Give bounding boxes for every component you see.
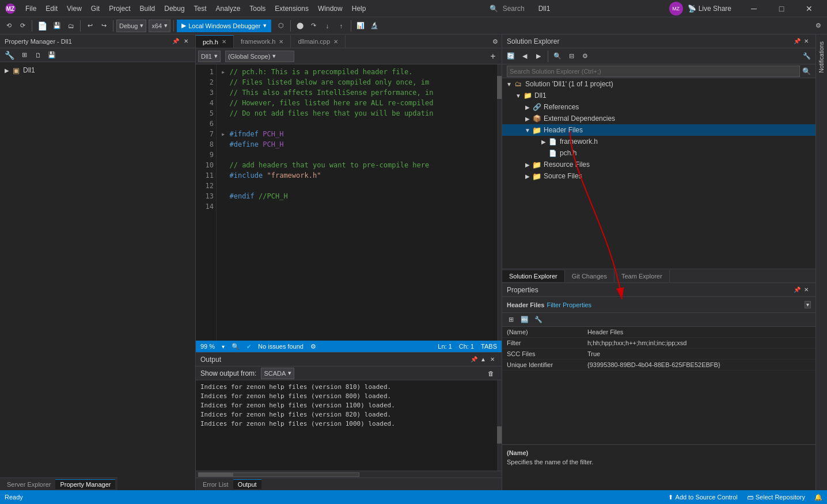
step-into-btn[interactable]: ↓	[321, 20, 334, 32]
output-source-dropdown[interactable]: SCADA▾	[261, 368, 294, 379]
menu-analyze[interactable]: Analyze	[211, 2, 245, 15]
output-hscrollbar[interactable]	[196, 471, 502, 478]
new-btn[interactable]: 📄	[35, 20, 50, 32]
step-over-btn[interactable]: ↷	[308, 20, 320, 32]
tab-pch-h[interactable]: pch.h ✕	[196, 35, 234, 48]
global-scope-dropdown[interactable]: (Global Scope)▾	[225, 51, 294, 62]
se-tab-gitchanges[interactable]: Git Changes	[565, 270, 614, 282]
menu-project[interactable]: Project	[104, 2, 135, 15]
tab-pch-h-close[interactable]: ✕	[222, 39, 226, 45]
redo-btn[interactable]: ↪	[97, 20, 110, 32]
output-close-btn[interactable]: ✕	[488, 355, 497, 364]
output-scroll-thumb[interactable]	[497, 426, 502, 444]
tab-framework-h[interactable]: framework.h ✕	[234, 35, 291, 48]
menu-tools[interactable]: Tools	[245, 2, 270, 15]
notifications-bell-icon[interactable]: 🔔	[814, 494, 822, 501]
fwd-btn[interactable]: ⟳	[16, 20, 29, 32]
editor-scrollbar[interactable]	[497, 64, 502, 341]
se-project-row[interactable]: ▼ 📁 Dll1	[502, 90, 815, 101]
se-solution-row[interactable]: ▼ 🗂 Solution 'Dll1' (1 of 1 project)	[502, 78, 815, 90]
se-tab-teamexplorer[interactable]: Team Explorer	[614, 270, 670, 282]
undo-btn[interactable]: ↩	[84, 20, 96, 32]
menu-git[interactable]: Git	[86, 2, 104, 15]
diag-btn[interactable]: 🔬	[368, 20, 381, 32]
se-props-btn[interactable]: ⚙	[579, 50, 591, 63]
menu-debug[interactable]: Debug	[160, 2, 189, 15]
h-scroll-track[interactable]	[198, 472, 359, 477]
minimize-btn[interactable]: ─	[741, 0, 767, 17]
save-all-btn[interactable]: 🗂	[65, 20, 77, 32]
props-close-btn[interactable]: ✕	[802, 285, 811, 295]
tab-dllmain-cpp-close[interactable]: ✕	[333, 39, 338, 45]
props-dropdown-btn[interactable]: ▾	[805, 301, 811, 308]
prop-tool-2[interactable]: ⊞	[18, 49, 31, 62]
se-collapse-btn[interactable]: ⊟	[565, 50, 578, 63]
property-manager-tab[interactable]: Property Manager	[55, 479, 115, 489]
prop-close-btn[interactable]: ✕	[181, 37, 191, 46]
se-references-row[interactable]: ▶ 🔗 References	[502, 101, 815, 113]
tab-dllmain-cpp[interactable]: dllmain.cpp ✕	[291, 35, 346, 48]
prop-tool-1[interactable]: 🔧	[2, 49, 17, 62]
menu-extensions[interactable]: Extensions	[270, 2, 313, 15]
props-filter-btn[interactable]: 🔧	[532, 314, 545, 326]
se-tools-btn[interactable]: 🔧	[801, 50, 813, 63]
close-btn[interactable]: ✕	[796, 0, 822, 17]
se-tab-solution[interactable]: Solution Explorer	[502, 270, 565, 282]
h-scroll-thumb[interactable]	[199, 473, 233, 476]
prop-tree-dll1[interactable]: ▶ ▣ Dll1	[0, 64, 195, 76]
se-resourcefiles-row[interactable]: ▶ 📁 Resource Files	[502, 159, 815, 170]
bottom-tab-errorlist[interactable]: Error List	[198, 480, 233, 489]
output-pin-btn[interactable]: 📌	[469, 355, 479, 364]
props-grid-btn[interactable]: ⊞	[504, 314, 517, 326]
perf-btn[interactable]: 📊	[354, 20, 367, 32]
menu-file[interactable]: File	[21, 2, 41, 15]
output-clear-btn[interactable]: 🗑	[484, 367, 497, 380]
menu-edit[interactable]: Edit	[41, 2, 62, 15]
breakpoints-btn[interactable]: ⬤	[294, 20, 306, 32]
props-pin-btn[interactable]: 📌	[792, 285, 802, 295]
run-debugger-btn[interactable]: ▶ Local Windows Debugger ▾	[177, 20, 271, 32]
se-back-btn[interactable]: ◀	[518, 50, 531, 63]
se-fwd-btn[interactable]: ▶	[532, 50, 545, 63]
props-sort-btn[interactable]: 🔤	[518, 314, 531, 326]
editor-settings-btn[interactable]: ⚙	[489, 35, 502, 48]
prop-tool-4[interactable]: 💾	[45, 49, 58, 62]
live-share-btn[interactable]: 📡 Live Share	[688, 5, 731, 13]
notifications-btn[interactable]: Notifications	[817, 37, 826, 77]
settings-btn[interactable]: ⚙	[812, 20, 825, 32]
attach-btn[interactable]: ⬡	[275, 20, 287, 32]
select-repo-btn[interactable]: 🗃 Select Repository	[747, 494, 805, 501]
zoom-down-btn[interactable]: ▾	[222, 343, 225, 350]
server-explorer-tab[interactable]: Server Explorer	[2, 480, 55, 489]
se-extdeps-row[interactable]: ▶ 📦 External Dependencies	[502, 113, 815, 124]
output-scrollbar[interactable]	[497, 380, 502, 471]
code-content[interactable]: ▸ // pch.h: This is a precompiled header…	[217, 64, 497, 341]
se-search-input[interactable]	[507, 66, 800, 77]
se-filter-btn[interactable]: 🔍	[551, 50, 564, 63]
se-sourcefiles-row[interactable]: ▶ 📁 Source Files	[502, 170, 815, 182]
prop-tool-3[interactable]: 🗋	[32, 49, 44, 62]
se-pin-btn[interactable]: 📌	[792, 37, 802, 46]
scope-dropdown[interactable]: Dll1▾	[198, 51, 221, 62]
scrollbar-thumb[interactable]	[497, 76, 502, 99]
add-source-control-btn[interactable]: ⬆ Add to Source Control	[668, 494, 738, 501]
menu-help[interactable]: Help	[347, 2, 371, 15]
maximize-btn[interactable]: □	[768, 0, 795, 17]
menu-view[interactable]: View	[62, 2, 86, 15]
menu-window[interactable]: Window	[313, 2, 347, 15]
step-out-btn[interactable]: ↑	[335, 20, 348, 32]
tab-framework-h-close[interactable]: ✕	[279, 39, 283, 45]
add-btn[interactable]: +	[487, 50, 499, 63]
output-expand-btn[interactable]: ▲	[479, 355, 488, 364]
back-btn[interactable]: ⟲	[2, 20, 15, 32]
debug-config-dropdown[interactable]: Debug▾	[116, 20, 146, 32]
menu-test[interactable]: Test	[189, 2, 211, 15]
se-search-icon[interactable]: 🔍	[802, 67, 811, 75]
se-close-btn[interactable]: ✕	[802, 37, 811, 46]
se-frameworkh-row[interactable]: ▶ 📄 framework.h	[502, 136, 815, 147]
prop-pin-btn[interactable]: 📌	[171, 37, 180, 46]
se-pchh-row[interactable]: 📄 pch.h	[502, 147, 815, 159]
platform-dropdown[interactable]: x64▾	[149, 20, 170, 32]
se-sync-btn[interactable]: 🔄	[504, 50, 517, 63]
menu-build[interactable]: Build	[135, 2, 160, 15]
